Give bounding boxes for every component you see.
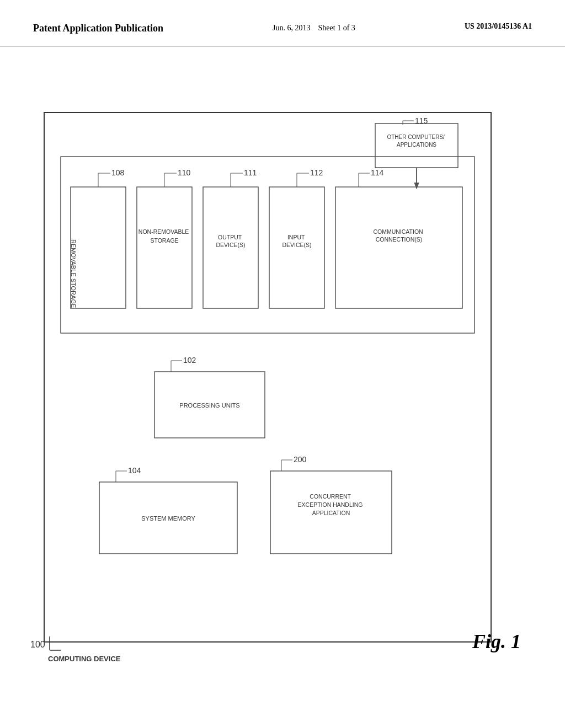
svg-rect-16 (335, 187, 462, 308)
label-102: 102 (183, 356, 196, 365)
text-processing-units: PROCESSING UNITS (179, 402, 239, 409)
label-115: 115 (415, 116, 428, 125)
text-input-device: INPUT DEVICE(S) (282, 234, 311, 248)
patent-application-label: Patent Application Publication (33, 22, 163, 35)
figure-label: Fig. 1 (472, 630, 521, 653)
patent-number: US 2013/0145136 A1 (465, 22, 532, 31)
sheet-info: Sheet 1 of 3 (318, 24, 355, 32)
svg-rect-4 (71, 187, 126, 308)
text-system-memory: SYSTEM MEMORY (141, 515, 195, 522)
svg-rect-3 (61, 157, 475, 333)
publication-date: Jun. 6, 2013 (273, 24, 310, 32)
text-removable-storage: REMOVABLE STORAGE (70, 239, 77, 308)
label-112: 112 (310, 168, 323, 177)
label-111: 111 (244, 168, 257, 177)
text-non-removable: NON-REMOVABLE STORAGE (138, 228, 190, 244)
svg-rect-7 (137, 187, 192, 308)
label-200: 200 (294, 455, 307, 464)
label-100: 100 (30, 640, 45, 649)
text-other-computers: OTHER COMPUTERS/ APPLICATIONS (387, 134, 446, 148)
svg-rect-0 (44, 113, 491, 642)
text-output-device: OUTPUT DEVICE(S) (216, 234, 245, 248)
label-110: 110 (178, 168, 191, 177)
page: Patent Application Publication Jun. 6, 2… (0, 0, 565, 728)
diagram-svg: 100 COMPUTING DEVICE 108 REMOVABLE STORA… (0, 46, 565, 697)
text-comm-connection: COMMUNICATION CONNECTION(S) (373, 228, 424, 243)
header: Patent Application Publication Jun. 6, 2… (0, 0, 565, 46)
text-concurrent-exception: CONCURRENT EXCEPTION HANDLING APPLICATIO… (298, 493, 365, 516)
diagram-area: 100 COMPUTING DEVICE 108 REMOVABLE STORA… (0, 46, 565, 697)
label-104: 104 (128, 466, 141, 475)
label-108: 108 (111, 168, 125, 177)
label-114: 114 (371, 168, 384, 177)
text-computing-device: COMPUTING DEVICE (48, 655, 121, 663)
header-date-sheet: Jun. 6, 2013 Sheet 1 of 3 (273, 22, 355, 34)
